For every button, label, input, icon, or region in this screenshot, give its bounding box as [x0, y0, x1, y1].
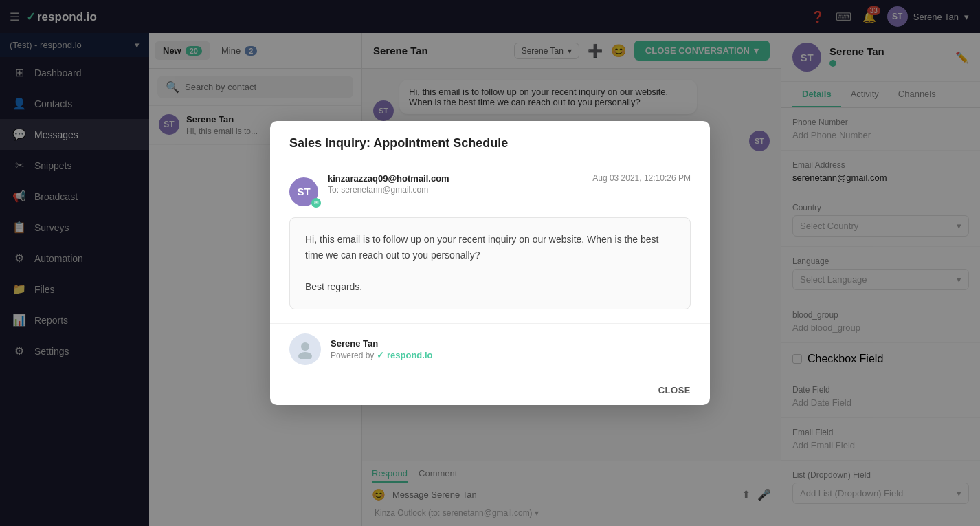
- sig-powered-by: Powered by ✓ respond.io: [331, 350, 432, 360]
- close-modal-button[interactable]: CLOSE: [658, 385, 691, 395]
- sender-avatar-wrap: ST ✉: [289, 177, 318, 206]
- email-closing: Best regards.: [305, 279, 675, 295]
- modal-body: Hi, this email is to follow up on your r…: [270, 206, 710, 323]
- email-body-line1: Hi, this email is to follow up on your r…: [305, 232, 675, 248]
- modal-header: Sales Inquiry: Appointment Schedule: [270, 121, 710, 162]
- sig-avatar: [289, 333, 321, 365]
- sender-from: kinzarazzaq09@hotmail.com: [328, 173, 583, 184]
- sig-brand-logo: ✓ respond.io: [377, 350, 432, 360]
- email-signature: Serene Tan Powered by ✓ respond.io: [270, 323, 710, 375]
- email-modal: Sales Inquiry: Appointment Schedule ST ✉…: [270, 121, 710, 405]
- modal-footer: CLOSE: [270, 375, 710, 405]
- email-channel-indicator: ✉: [311, 198, 321, 208]
- svg-point-1: [298, 352, 312, 359]
- sender-to: To: serenetann@gmail.com: [328, 185, 583, 195]
- message-timestamp: Aug 03 2021, 12:10:26 PM: [592, 173, 691, 183]
- sender-meta: kinzarazzaq09@hotmail.com To: serenetann…: [328, 173, 583, 195]
- modal-sender-row: ST ✉ kinzarazzaq09@hotmail.com To: seren…: [270, 162, 710, 206]
- email-content: Hi, this email is to follow up on your r…: [289, 217, 691, 309]
- svg-point-0: [301, 342, 309, 351]
- modal-overlay[interactable]: Sales Inquiry: Appointment Schedule ST ✉…: [0, 0, 980, 526]
- email-body-line2: time we can reach out to you personally?: [305, 248, 675, 263]
- user-silhouette-icon: [296, 340, 315, 359]
- modal-title: Sales Inquiry: Appointment Schedule: [289, 136, 691, 151]
- sig-details: Serene Tan Powered by ✓ respond.io: [331, 338, 432, 360]
- sig-name: Serene Tan: [331, 338, 432, 349]
